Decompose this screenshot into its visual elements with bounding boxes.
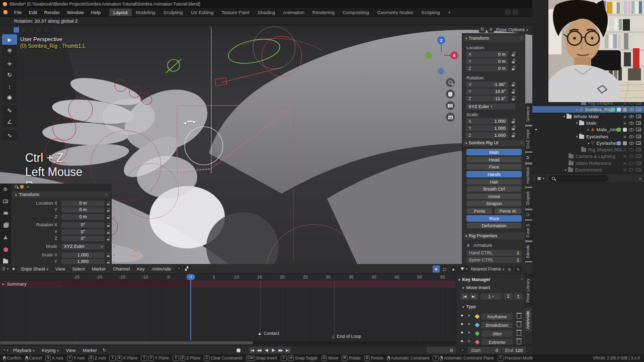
ds-menu-channel[interactable]: Channel [110,266,133,272]
pb-view-menu[interactable]: View [63,348,78,353]
trash-icon[interactable] [517,331,521,336]
rig-button-strapon[interactable]: Strapon [466,200,522,207]
playback-menu[interactable]: Playback [10,348,38,353]
circle-select-mode-icon[interactable] [36,27,42,33]
outliner-row[interactable]: ▾ Male [532,120,644,126]
rig-button-penis-ik[interactable]: Penis IK [494,208,522,214]
rig-button-breath-ctrl[interactable]: Breath Ctrl [466,186,522,192]
prop-location-z[interactable]: 0 m [61,214,105,220]
keying-menu[interactable]: Keying [39,348,62,353]
lock-icon[interactable] [107,223,111,227]
menu-window[interactable]: Window [63,9,88,16]
lock-icon[interactable] [107,208,111,212]
tab-view-layer[interactable] [2,222,10,229]
key-manager-panel-header[interactable]: Key Manager [458,277,491,282]
horizontal-scrollbar[interactable] [0,341,456,344]
tab-sculpting[interactable]: Sculpting [159,9,187,16]
prop-scale-x[interactable]: 1.000 [61,252,105,258]
snap-mode-dropdown[interactable]: Nearest Frame [471,266,505,272]
outliner-search-input[interactable] [549,175,608,182]
search-icon[interactable] [15,185,18,188]
lock-icon[interactable] [512,133,516,137]
rotation-x-field[interactable]: X-1.96° [466,81,508,87]
annotate-tool[interactable]: ✎ [2,106,17,116]
lock-icon[interactable] [107,253,111,257]
deselect-keytype-icon[interactable]: ➤ [467,339,471,343]
frame-start-field[interactable]: Start0 [468,347,501,353]
outliner-row[interactable]: ▾ Eyelashes [532,133,644,140]
rotation-y-field[interactable]: Y16.8° [466,88,508,95]
tab-compositing[interactable]: Compositing [339,9,373,16]
rotate-tool[interactable]: ↻ [2,70,17,80]
lock-icon[interactable] [512,119,516,123]
hide-eye-icon[interactable] [629,128,634,131]
move-insert-panel-header[interactable]: Move-Insert [462,285,490,290]
move-tool[interactable]: ✛ [2,59,17,69]
prop-rotation-x[interactable]: 0° [61,222,105,228]
proportional-edit-icon[interactable]: ◎ [506,265,513,273]
tab-texture-paint[interactable]: Texture Paint [217,9,253,16]
rig-button-hands[interactable]: Hands [466,171,522,177]
rig-button-armor[interactable]: Armor [466,193,522,200]
zoom-icon[interactable] [446,78,455,87]
rig-button-hair[interactable]: Hair [466,178,522,185]
rig-button-deformation[interactable]: Deformation [466,222,522,229]
select-keytype-icon[interactable]: ➤ [460,339,464,343]
lasso-select-mode-icon[interactable] [43,27,50,33]
prop-rotation-y[interactable]: 0° [61,229,105,235]
timeline-ruler[interactable]: -25 -20 -15 -10 -5 5 10 15 20 25 30 35 4… [0,274,532,281]
menu-help[interactable]: Help [88,9,105,16]
exclude-checkbox[interactable] [623,135,627,139]
snap-icon[interactable]: ▞ [183,265,190,272]
tab-world[interactable] [2,246,10,253]
ds-menu-view[interactable]: View [52,266,68,272]
tab-geometry-nodes[interactable]: Geometry Nodes [373,9,418,16]
keytype-breakdown[interactable]: Breakdown [481,322,513,328]
play-button[interactable]: ▶ [270,347,277,353]
lock-icon[interactable] [107,215,111,219]
gizmo-y-ball[interactable] [425,52,432,59]
tab-u[interactable]: U [525,210,532,219]
jump-to-end-button[interactable]: ▶| [284,347,291,353]
select-keytype-icon[interactable]: ➤ [460,313,464,318]
render-camera-icon[interactable] [636,135,641,138]
tab-tool[interactable]: ⚙ [2,186,10,193]
tab-scene[interactable] [2,234,10,241]
render-camera-icon[interactable] [636,154,641,158]
lock-icon[interactable] [512,66,516,70]
menu-file[interactable]: File [11,9,25,16]
rotation-mode-dropdown[interactable]: XYZ Euler [61,244,105,249]
ds-menu-select[interactable]: Select [69,266,88,272]
lock-icon[interactable] [512,59,516,63]
lock-icon[interactable] [107,202,111,206]
transform-panel-header[interactable]: Transform≡ [463,35,525,42]
location-z-field[interactable]: Z0 m [466,65,508,71]
rig-button-main[interactable]: Main [466,149,522,155]
scrollbar-thumb[interactable] [0,341,253,344]
jump-to-start-button[interactable]: |◀ [249,347,256,353]
transform-panel-header[interactable]: Transform≡ [12,192,110,198]
prop-rotation-z[interactable]: 0° [61,236,105,241]
transform-tool[interactable]: ◉ [2,92,17,103]
tab-hairmod[interactable]: HairMod [525,164,532,187]
warning-icon[interactable]: ▲ [450,265,457,273]
outliner-display-mode-dropdown[interactable]: ▦ [535,175,546,182]
tab-render[interactable] [2,198,10,205]
deselect-keytype-icon[interactable]: ➤ [467,313,471,318]
dope-sheet-mode-icon[interactable]: ◈ [10,265,17,272]
rotation-z-field[interactable]: Z-11.6° [466,96,508,102]
tab-fuse-s[interactable]: Fuse S [525,221,532,240]
scene-selector-icon[interactable] [505,10,511,15]
hide-eye-icon[interactable] [629,122,634,125]
menu-edit[interactable]: Edit [25,9,40,16]
box-select-icon[interactable]: ▢ [441,265,448,273]
camera-view-icon[interactable] [446,101,455,110]
keytype-keyframe[interactable]: Keyframe [481,313,513,320]
tab-output[interactable] [2,210,10,217]
tab-pose-library[interactable]: Pose Library [525,276,532,306]
menu-render[interactable]: Render [41,9,63,16]
add-workspace-button[interactable]: + [444,9,455,16]
outliner-row[interactable]: Camera & Lighting [532,153,644,159]
hide-eye-icon[interactable] [629,142,634,145]
hand-ctrl-field[interactable]: Hand CTRL1 [466,250,522,256]
